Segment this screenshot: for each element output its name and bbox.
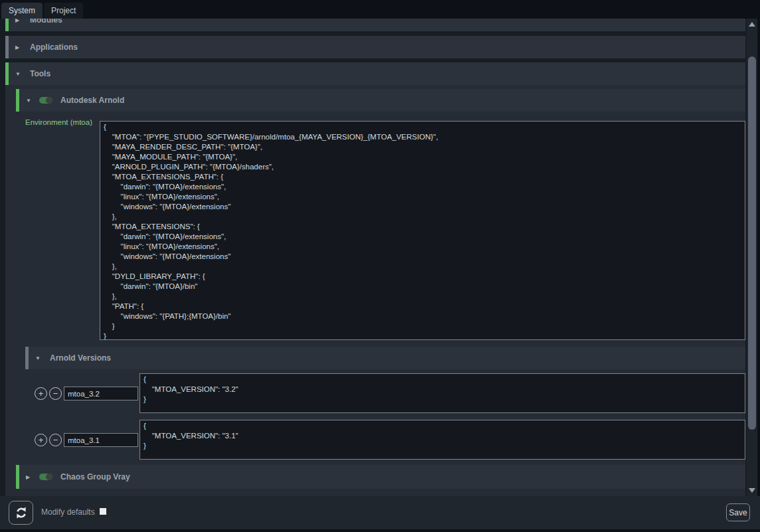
section-header-applications[interactable]: ▶ Applications (5, 36, 745, 58)
modify-defaults-label: Modify defaults (41, 507, 95, 517)
remove-version-button[interactable]: − (49, 434, 62, 446)
environment-mtoa-label: Environment (mtoa) (25, 118, 92, 126)
refresh-icon (15, 506, 28, 519)
add-version-button[interactable]: + (35, 434, 47, 446)
version-name-input[interactable] (64, 387, 138, 400)
footer-bar: Modify defaults Save (0, 496, 760, 529)
tab-project-label: Project (51, 6, 76, 15)
section-header-arnold[interactable]: ▼ Autodesk Arnold (16, 89, 745, 112)
section-title-arnold-versions: Arnold Versions (50, 353, 111, 363)
window-right-edge (757, 19, 760, 496)
tabbar: System Project (0, 0, 760, 19)
vray-enabled-toggle[interactable] (39, 474, 52, 480)
chevron-down-icon: ▼ (15, 71, 22, 77)
refresh-button[interactable] (9, 501, 33, 525)
section-title-arnold: Autodesk Arnold (60, 96, 124, 105)
chevron-down-icon: ▼ (35, 355, 42, 361)
vertical-scrollbar[interactable] (747, 19, 757, 496)
chevron-right-icon: ▶ (15, 19, 22, 23)
version-name-input[interactable] (64, 433, 138, 447)
section-header-vray[interactable]: ▶ Chaos Group Vray (16, 465, 745, 489)
chevron-right-icon: ▶ (15, 44, 22, 50)
tab-system-label: System (9, 6, 35, 15)
chevron-right-icon: ▶ (26, 474, 33, 480)
settings-scroll-area: ▶ Modules ▶ Applications ▼ Tools ▼ Autod… (0, 19, 760, 496)
version-json-textarea[interactable]: { "MTOA_VERSION": "3.2" } (140, 373, 745, 413)
window-bottom-edge (0, 529, 760, 532)
toggle-knob-icon (46, 97, 52, 104)
chevron-down-icon: ▼ (26, 98, 33, 104)
section-title-tools: Tools (30, 69, 50, 78)
save-button[interactable]: Save (726, 503, 750, 521)
add-version-button[interactable]: + (35, 387, 47, 400)
section-header-modules[interactable]: ▶ Modules (5, 19, 745, 31)
modify-defaults-checkbox[interactable] (100, 508, 106, 515)
section-title-modules: Modules (30, 19, 62, 25)
tab-project[interactable]: Project (44, 3, 83, 19)
tab-system[interactable]: System (1, 3, 43, 19)
scrollbar-thumb[interactable] (748, 56, 756, 430)
section-header-arnold-versions[interactable]: ▼ Arnold Versions (25, 347, 745, 369)
scroll-down-arrow-icon[interactable] (749, 488, 755, 493)
section-title-vray: Chaos Group Vray (60, 472, 130, 482)
remove-version-button[interactable]: − (49, 387, 62, 400)
section-title-applications: Applications (30, 43, 78, 52)
settings-window: System Project ▶ Modules ▶ Applications … (0, 0, 760, 532)
environment-mtoa-textarea[interactable]: { "MTOA": "{PYPE_STUDIO_SOFTWARE}/arnold… (100, 121, 745, 340)
toggle-knob-icon (46, 474, 52, 480)
version-json-textarea[interactable]: { "MTOA_VERSION": "3.1" } (140, 420, 745, 460)
section-header-tools[interactable]: ▼ Tools (5, 62, 745, 85)
tools-section-panel: ▼ Tools ▼ Autodesk Arnold Environment (m… (5, 62, 745, 496)
scroll-up-arrow-icon[interactable] (749, 22, 755, 27)
arnold-enabled-toggle[interactable] (39, 97, 52, 104)
